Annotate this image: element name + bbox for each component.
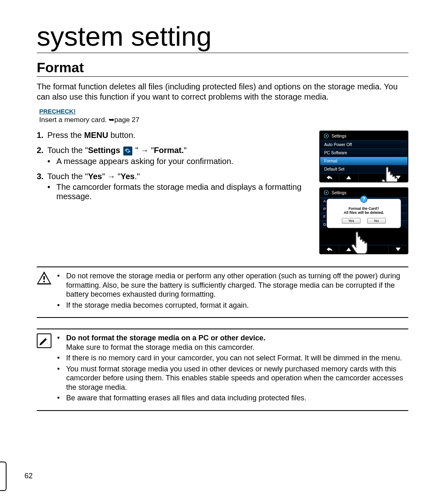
note-1: Do not format the storage media on a PC … xyxy=(66,333,265,352)
step2-text-a: Touch the " xyxy=(47,146,88,155)
warning-block: •Do not remove the storage media or perf… xyxy=(37,266,408,318)
bullet-icon: • xyxy=(47,157,56,166)
intro-text: The format function deletes all files (i… xyxy=(37,82,408,102)
bullet-icon: • xyxy=(57,364,66,392)
note-block: • Do not format the storage media on a P… xyxy=(37,329,408,411)
arrow-right-icon: ➥ xyxy=(109,116,114,124)
gear-icon xyxy=(323,190,329,195)
svg-point-3 xyxy=(325,192,327,193)
dialog-line2: All files will be deleted. xyxy=(344,211,384,215)
no-button: No xyxy=(367,218,386,224)
bullet-icon: • xyxy=(57,393,66,403)
confirm-dialog: ? Format the Card? All files will be del… xyxy=(327,199,401,228)
info-icon: ? xyxy=(360,195,368,203)
gear-icon xyxy=(123,147,132,155)
step3-text-c: " → " xyxy=(102,172,120,181)
step2-sub: A message appears asking for your confir… xyxy=(56,157,234,166)
warning-text-2: If the storage media becomes corrupted, … xyxy=(66,301,249,310)
lcd-item-auto-power-off: Auto Power Off xyxy=(320,140,408,149)
note-3: You must format storage media you used i… xyxy=(66,364,408,392)
dialog-line1: Format the Card? xyxy=(348,206,379,211)
lcd-item-default-set: Default Set xyxy=(320,165,408,173)
lcd-item-format: Format xyxy=(320,157,408,165)
step3-text-e: ." xyxy=(135,172,140,181)
bullet-icon: • xyxy=(57,271,66,299)
gear-icon xyxy=(323,133,329,139)
step-number: 3. xyxy=(37,172,47,201)
page-number: 62 xyxy=(24,472,33,480)
lcd-footer xyxy=(320,173,408,182)
steps-list: 1. Press the MENU button. 2. Touch the "… xyxy=(37,131,305,201)
lcd-footer xyxy=(320,245,408,253)
step-1: Press the MENU button. xyxy=(47,131,305,140)
step-2: Touch the "Settings " → "Format." •A mes… xyxy=(47,146,305,166)
note-2: If there is no memory card in your camco… xyxy=(66,353,402,363)
step1-menu-word: MENU xyxy=(84,131,108,140)
step1-text-c: button. xyxy=(108,131,136,140)
step1-text-a: Press the xyxy=(47,131,84,140)
step3-sub: The camcorder formats the storage media … xyxy=(56,182,305,201)
step-number: 1. xyxy=(37,131,47,140)
chapter-title: system setting xyxy=(37,20,408,53)
footer-spacer xyxy=(359,245,389,253)
step2-format-word: Format. xyxy=(154,146,184,155)
step-number: 2. xyxy=(37,146,47,166)
yes-button: Yes xyxy=(342,218,361,224)
lcd-header: Settings xyxy=(320,131,408,140)
precheck-text: Insert a memory card. ➥page 27 xyxy=(39,115,408,124)
lcd-screenshots: Settings Auto Power Off PC Software Form… xyxy=(319,131,408,254)
bullet-icon: • xyxy=(57,353,66,363)
svg-rect-5 xyxy=(43,281,45,282)
note-icon xyxy=(37,333,51,404)
down-arrow-icon xyxy=(389,173,408,182)
bullet-icon: • xyxy=(47,182,56,201)
back-icon xyxy=(320,245,339,253)
lcd-title: Settings xyxy=(332,191,346,195)
step3-yes2: Yes xyxy=(120,172,134,181)
lcd-title: Settings xyxy=(332,134,346,138)
step-3: Touch the "Yes" → "Yes." •The camcorder … xyxy=(47,172,305,201)
footer-spacer xyxy=(359,173,389,182)
step2-text-e: " xyxy=(184,146,187,155)
warning-text-1: Do not remove the storage media or perfo… xyxy=(66,271,408,299)
warning-icon xyxy=(37,271,51,311)
step2-settings-word: Settings xyxy=(88,146,120,155)
lcd-item-pc-software: PC Software xyxy=(320,149,408,157)
note-1-bold: Do not format the storage media on a PC … xyxy=(66,334,265,342)
precheck-page-ref: page 27 xyxy=(114,116,139,124)
svg-rect-4 xyxy=(43,276,45,280)
back-icon xyxy=(320,173,339,182)
down-arrow-icon xyxy=(389,245,408,253)
precheck-text-a: Insert a memory card. xyxy=(39,116,109,124)
lcd-format-dialog: Settings A P F D ? Format the Card? All … xyxy=(319,187,408,254)
step3-yes1: Yes xyxy=(88,172,102,181)
precheck-label: PRECHECK! xyxy=(39,108,408,115)
section-title: Format xyxy=(37,60,408,77)
note-1-rest: Make sure to format the storage media on… xyxy=(66,343,254,351)
note-4: Be aware that formatting erases all file… xyxy=(66,393,306,403)
step3-text-a: Touch the " xyxy=(47,172,88,181)
lcd-settings-list: Settings Auto Power Off PC Software Form… xyxy=(319,131,408,182)
svg-point-1 xyxy=(325,135,327,137)
up-arrow-icon xyxy=(339,245,359,253)
side-tab xyxy=(0,462,7,491)
bullet-icon: • xyxy=(57,301,66,310)
bullet-icon: • xyxy=(57,333,66,352)
step2-text-c: " → " xyxy=(133,146,154,155)
up-arrow-icon xyxy=(339,173,359,182)
